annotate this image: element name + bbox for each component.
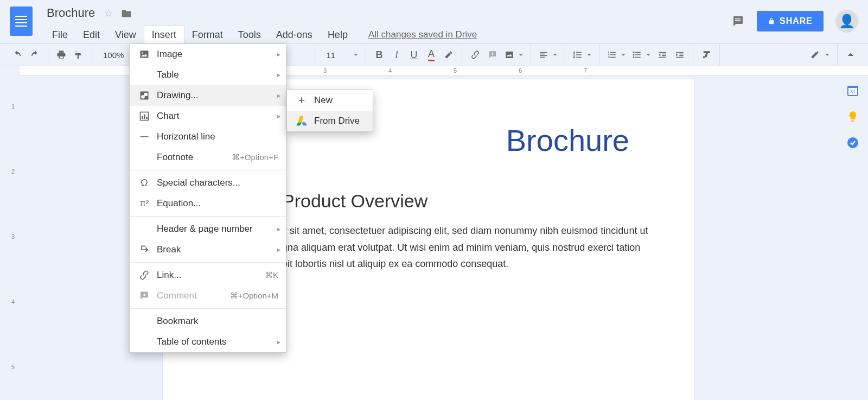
save-status[interactable]: All changes saved in Drive xyxy=(368,29,477,40)
svg-rect-19 xyxy=(146,117,148,119)
link-icon xyxy=(137,270,151,281)
drawing-submenu: +NewFrom Drive xyxy=(286,90,373,132)
paint-format-button[interactable] xyxy=(70,46,87,64)
align-button[interactable] xyxy=(535,50,560,60)
vertical-ruler[interactable]: 1 2 3 4 5 xyxy=(0,76,20,400)
drive-icon xyxy=(295,116,309,126)
insert-comment-button[interactable] xyxy=(484,46,501,64)
submenu-arrow-icon: ▸ xyxy=(277,225,280,233)
menubar: File Edit View Insert Format Tools Add-o… xyxy=(44,25,731,45)
svg-text:31: 31 xyxy=(850,89,856,94)
plus-icon: + xyxy=(295,93,309,107)
insert-item-table-of-contents[interactable]: Table of contents▸ xyxy=(130,332,286,352)
insert-item-chart[interactable]: Chart▸ xyxy=(130,106,286,126)
svg-rect-17 xyxy=(142,116,143,119)
font-size-selector[interactable]: 11 xyxy=(320,50,361,60)
line-spacing-button[interactable] xyxy=(570,50,595,60)
svg-point-14 xyxy=(141,95,145,99)
insert-item-link-[interactable]: Link...⌘K xyxy=(130,265,286,285)
insert-item-drawing-[interactable]: Drawing...▸ xyxy=(130,85,286,106)
submenu-arrow-icon: ▸ xyxy=(277,112,280,120)
chart-icon xyxy=(137,111,151,122)
highlight-button[interactable] xyxy=(440,46,457,64)
tasks-addon-icon[interactable] xyxy=(846,136,860,150)
svg-rect-9 xyxy=(851,120,854,122)
omega-icon: Ω xyxy=(137,177,151,189)
menu-file[interactable]: File xyxy=(44,26,75,44)
svg-rect-15 xyxy=(144,93,148,96)
menu-insert[interactable]: Insert xyxy=(144,26,184,44)
svg-point-5 xyxy=(633,56,635,58)
insert-image-button[interactable] xyxy=(501,50,526,60)
menu-edit[interactable]: Edit xyxy=(75,26,107,44)
star-icon[interactable]: ☆ xyxy=(104,7,113,20)
docs-logo[interactable] xyxy=(10,7,33,36)
italic-button[interactable]: I xyxy=(388,46,405,64)
menu-view[interactable]: View xyxy=(107,26,144,44)
submenu-arrow-icon: ▸ xyxy=(277,71,280,79)
share-button-label: SHARE xyxy=(780,16,813,26)
drawing-icon xyxy=(137,90,151,101)
open-comments-icon[interactable] xyxy=(731,15,745,28)
insert-item-horizontal-line[interactable]: Horizontal line xyxy=(130,126,286,147)
insert-link-button[interactable] xyxy=(467,46,484,64)
increase-indent-button[interactable] xyxy=(671,46,688,64)
insert-item-special-characters-[interactable]: ΩSpecial characters... xyxy=(130,173,286,193)
insert-item-header-page-number[interactable]: Header & page number▸ xyxy=(130,219,286,239)
menu-addons[interactable]: Add-ons xyxy=(269,26,320,44)
insert-menu-dropdown: Image▸Table▸Drawing...▸Chart▸Horizontal … xyxy=(129,43,286,353)
svg-point-4 xyxy=(633,54,635,56)
move-folder-icon[interactable] xyxy=(121,8,132,18)
calendar-addon-icon[interactable]: 31 xyxy=(846,84,860,98)
editing-mode-button[interactable] xyxy=(807,50,833,60)
svg-rect-20 xyxy=(141,136,149,137)
lock-icon xyxy=(768,17,775,26)
hr-icon xyxy=(137,131,151,142)
hide-menus-button[interactable] xyxy=(842,46,859,64)
insert-item-equation-[interactable]: π²Equation... xyxy=(130,193,286,214)
app-header: Brochure ☆ File Edit View Insert Format … xyxy=(0,0,868,43)
bold-button[interactable]: B xyxy=(371,46,388,64)
submenu-arrow-icon: ▸ xyxy=(277,246,280,253)
share-button[interactable]: SHARE xyxy=(757,11,824,31)
keep-addon-icon[interactable] xyxy=(846,110,860,124)
break-icon xyxy=(137,244,151,255)
side-panel: 31 xyxy=(838,76,868,400)
decrease-indent-button[interactable] xyxy=(654,46,671,64)
svg-rect-18 xyxy=(144,115,145,119)
numbered-list-button[interactable] xyxy=(604,50,629,60)
text-color-button[interactable]: A xyxy=(423,46,440,64)
insert-item-footnote[interactable]: Footnote⌘+Option+F xyxy=(130,147,286,168)
drawing-sub-from-drive[interactable]: From Drive xyxy=(287,111,373,131)
image-icon xyxy=(137,49,151,60)
comment-icon xyxy=(137,290,151,301)
svg-rect-1 xyxy=(735,20,741,21)
svg-rect-0 xyxy=(735,18,741,20)
account-avatar[interactable]: 👤 xyxy=(835,10,858,33)
svg-point-3 xyxy=(633,52,635,53)
svg-rect-2 xyxy=(506,52,513,58)
svg-rect-11 xyxy=(141,50,149,58)
submenu-arrow-icon: ▸ xyxy=(277,92,280,99)
doc-title[interactable]: Brochure xyxy=(44,5,97,21)
clear-formatting-button[interactable] xyxy=(698,46,715,64)
submenu-arrow-icon: ▸ xyxy=(277,50,280,58)
redo-button[interactable] xyxy=(26,46,43,64)
underline-button[interactable]: U xyxy=(405,46,423,64)
insert-item-break[interactable]: Break▸ xyxy=(130,239,286,260)
insert-item-table[interactable]: Table▸ xyxy=(130,65,286,85)
pi-icon: π² xyxy=(137,199,151,208)
insert-item-image[interactable]: Image▸ xyxy=(130,44,286,65)
insert-item-bookmark[interactable]: Bookmark xyxy=(130,311,286,332)
insert-item-comment: Comment⌘+Option+M xyxy=(130,285,286,306)
undo-button[interactable] xyxy=(9,46,26,64)
submenu-arrow-icon: ▸ xyxy=(277,338,280,346)
svg-point-12 xyxy=(142,52,143,54)
menu-format[interactable]: Format xyxy=(184,26,231,44)
menu-help[interactable]: Help xyxy=(320,26,355,44)
drawing-sub-new[interactable]: +New xyxy=(287,90,373,111)
menu-tools[interactable]: Tools xyxy=(231,26,269,44)
print-button[interactable] xyxy=(53,46,70,64)
bulleted-list-button[interactable] xyxy=(629,50,654,60)
